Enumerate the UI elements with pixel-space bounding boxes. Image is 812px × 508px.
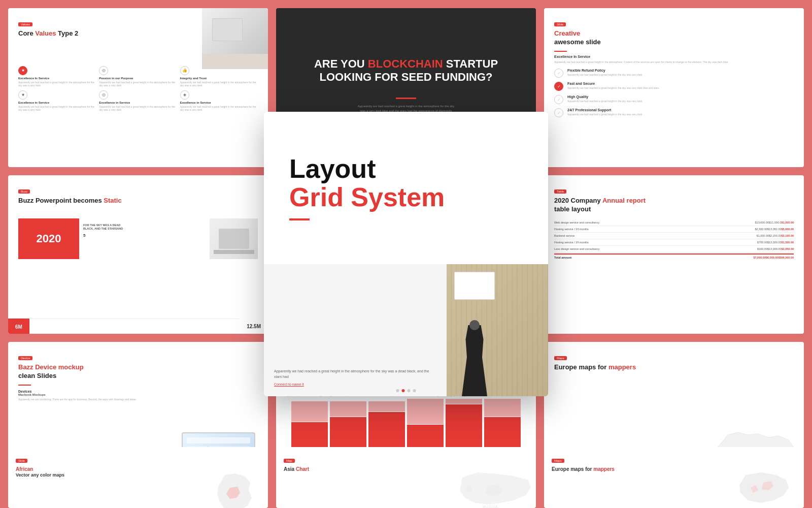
slide1-item-3: 👍 Integrity and Trust Apparently we had … xyxy=(180,66,258,87)
slide1-icon-6: ◈ xyxy=(180,90,189,100)
table-row-2: Hosting service / 24 months $2,500.00 $1… xyxy=(554,226,794,233)
table-row-5: Less design service and consultancy $100… xyxy=(554,246,794,252)
slide4-title: Buzz Powerpoint becomes Static xyxy=(18,197,258,205)
bar-5b xyxy=(446,404,482,453)
slide3-section-desc: Apparently we had reached a great height… xyxy=(554,60,794,64)
slide-asia-tag: Map xyxy=(284,459,295,463)
dot-4[interactable] xyxy=(413,389,416,392)
slide1-icon-4: ★ xyxy=(18,90,27,100)
table-row-4: Hosting service / 24 months $700.00 $13,… xyxy=(554,239,794,246)
slide-device-divider xyxy=(18,385,31,386)
slide-african-tag: Slide xyxy=(16,459,27,463)
slide-device-tag: Device xyxy=(18,356,32,360)
check-icon-3: ✓ xyxy=(554,95,563,104)
check-item-3: ✓ High Quality Apparently we had reached… xyxy=(554,95,794,104)
slide4-body-text: FOR THE SKY WAS A DEAD BLACK, AND THE ST… xyxy=(83,224,124,238)
overlay-top: Layout Grid System xyxy=(264,112,548,264)
center-overlay[interactable]: Layout Grid System Apparently we had rea… xyxy=(264,112,548,396)
slide-device-label: Devices xyxy=(18,390,258,393)
overlay-main-title: Layout xyxy=(289,155,523,182)
slide-device-sublabel: Macbook Mockups xyxy=(18,393,258,396)
slide-device-desc: Apparently we are combining. There are t… xyxy=(18,398,258,401)
bar-6a xyxy=(484,399,521,417)
slide4-stat1-box: 6M xyxy=(8,319,29,334)
slide-african-title-highlight: African xyxy=(16,466,260,472)
europe-map-2 xyxy=(735,470,801,508)
slide4-photo xyxy=(210,218,258,259)
overlay-link: Connect to name it xyxy=(274,383,436,386)
slide1-icon-2: ◎ xyxy=(99,66,108,75)
slide1-item-2: ◎ Passion in our Purpose Apparently we h… xyxy=(99,66,177,87)
slide3-tag: Slide xyxy=(554,22,566,26)
overlay-body-text: Apparently we had reached a great height… xyxy=(274,369,436,379)
overlay-bottom-left: Apparently we had reached a great height… xyxy=(264,264,447,396)
dot-2[interactable] xyxy=(402,389,405,392)
overlay-bottom-right xyxy=(447,264,548,396)
slide1-item-5: ◎ Excellence in Service Apparently we ha… xyxy=(99,90,177,112)
bar-1a xyxy=(291,401,328,422)
slide3-section-label: Excellence In Service xyxy=(554,55,794,58)
slide-annual-report[interactable]: Table 2020 Company Annual report table l… xyxy=(544,175,804,334)
slide4-tag: Buzz xyxy=(18,189,30,194)
check-item-4: ✓ 24/7 Professional Support Apparently w… xyxy=(554,108,794,117)
slide-african-maps[interactable]: Slide African Vector any color maps xyxy=(8,447,268,508)
slide10-tag: Maps xyxy=(554,356,567,360)
blockchain-divider xyxy=(396,98,416,99)
slide-asia-chart[interactable]: Map Asia Chart RUSSIA xyxy=(276,447,536,508)
slide4-year-box: 2020 xyxy=(18,218,79,259)
dot-1[interactable] xyxy=(396,389,399,392)
table-row-3: Backend service $1,000.00 $2,200.00 $3,1… xyxy=(554,233,794,239)
slide1-photo xyxy=(202,8,268,69)
slide-core-values[interactable]: Values Core Values Type 2 ★ Excellence I… xyxy=(8,8,268,167)
slide10-title: Europe maps for mappers xyxy=(554,363,794,372)
slide1-icon-5: ◎ xyxy=(99,90,108,100)
table-row-total: Total amount $7,000.00 $6,000.00 $598,00… xyxy=(554,253,794,261)
slide1-icons-grid: ★ Excellence In Service Apparently we ha… xyxy=(18,66,258,112)
slide-featured[interactable]: Slide Creative awesome slide Excellence … xyxy=(544,8,804,167)
slide7-tag: Table xyxy=(554,189,566,194)
bar-2a xyxy=(330,401,366,417)
check-icon-1: ✓ xyxy=(554,69,563,78)
check-item-2: ✓ Fast and Secure Apparently we had reac… xyxy=(554,82,794,91)
svg-text:RUSSIA: RUSSIA xyxy=(483,504,498,508)
slide3-checklist: ✓ Flexible Refund Policy Apparently we h… xyxy=(554,69,794,117)
bar-5a xyxy=(446,399,482,404)
table-row-1: Web design service and consultancy $13,0… xyxy=(554,219,794,226)
asia-map: RUSSIA xyxy=(457,470,533,508)
dot-3[interactable] xyxy=(408,389,411,392)
slide1-icon-3: 👍 xyxy=(180,66,189,75)
bottom-row: Slide African Vector any color maps Map … xyxy=(0,447,812,508)
overlay-bottom: Apparently we had reached a great height… xyxy=(264,264,548,396)
check-icon-2: ✓ xyxy=(554,82,563,91)
blockchain-main-text: ARE YOU BLOCKCHAIN STARTUP LOOKING FOR S… xyxy=(314,57,498,84)
overlay-red-line xyxy=(289,218,310,220)
check-item-1: ✓ Flexible Refund Policy Apparently we h… xyxy=(554,69,794,78)
slide3-title: Creative awesome slide xyxy=(554,29,794,47)
overlay-dots xyxy=(396,389,416,392)
slide1-tag: Values xyxy=(18,22,32,26)
slide1-icon-1: ★ xyxy=(18,66,27,75)
slide7-title: 2020 Company Annual report table layout xyxy=(554,197,794,214)
slide4-bottom-stats: 6M 12.5M xyxy=(8,319,268,334)
slide1-item-6: ◈ Excellence in Service Apparently we ha… xyxy=(180,90,258,112)
africa-map xyxy=(212,472,263,508)
check-icon-4: ✓ xyxy=(554,108,563,117)
bar-3a xyxy=(368,401,405,411)
slide1-item-4: ★ Excellence in Service Apparently we ha… xyxy=(18,90,96,112)
slide3-divider xyxy=(554,51,567,52)
slide-europe-tag: Maps xyxy=(552,459,564,463)
bar-4a xyxy=(407,399,444,424)
overlay-subtitle: Grid System xyxy=(289,184,523,210)
slide1-item-1: ★ Excellence In Service Apparently we ha… xyxy=(18,66,96,87)
slide7-table: Web design service and consultancy $13,0… xyxy=(554,219,794,261)
slide-buzz[interactable]: Buzz Buzz Powerpoint becomes Static 2020… xyxy=(8,175,268,334)
slide-europe-maps-bottom[interactable]: Maps Europe maps for mappers xyxy=(544,447,804,508)
slide-device-title: Bazz Device mockup clean Slides xyxy=(18,363,258,380)
